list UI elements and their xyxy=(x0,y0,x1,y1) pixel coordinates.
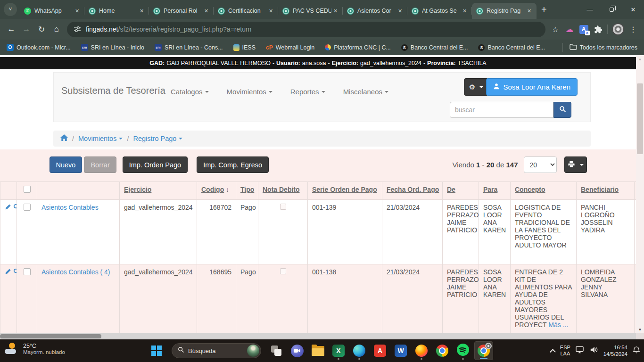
view-magnifier-icon[interactable] xyxy=(13,268,17,276)
header-fecha[interactable]: Fecha Ord. Pago xyxy=(382,182,443,200)
weather-widget[interactable]: 25°C Mayorm. nublado xyxy=(5,343,65,355)
teams-chat-button[interactable] xyxy=(288,341,306,360)
close-tab-icon[interactable]: ✕ xyxy=(396,7,404,15)
header-tipo[interactable]: Tipo xyxy=(236,182,258,200)
mas-link[interactable]: Más ... xyxy=(548,321,568,329)
select-all-checkbox[interactable] xyxy=(24,186,31,193)
header-nota-debito[interactable]: Nota Debito xyxy=(258,182,308,200)
close-tab-icon[interactable]: ✕ xyxy=(267,7,275,15)
settings-gear-button[interactable]: ⚙ xyxy=(464,78,488,96)
header-para[interactable]: Para xyxy=(479,182,511,200)
browser-menu-kebab-icon[interactable]: ⋮ xyxy=(626,22,640,37)
header-beneficiario[interactable]: Beneficiario xyxy=(577,182,635,200)
forward-button[interactable]: → xyxy=(19,22,34,37)
chrome-button[interactable] xyxy=(433,341,452,360)
tab-pac-vs-cedulas[interactable]: PAC VS CEDU ✕ xyxy=(278,3,343,19)
tab-personal-rol[interactable]: Personal Rol ✕ xyxy=(149,3,214,19)
restore-button[interactable] xyxy=(601,0,622,19)
tab-whatsapp[interactable]: ✆ WhatsApp ✕ xyxy=(20,3,84,19)
translate-icon[interactable]: A xyxy=(577,22,591,37)
edit-pencil-icon[interactable] xyxy=(5,204,11,212)
bookmark-outlook[interactable]: O Outlook.com - Micr... xyxy=(7,44,71,51)
taskbar-search[interactable]: Búsqueda xyxy=(172,343,261,358)
excel-button[interactable]: X xyxy=(329,341,348,360)
bookmark-iess[interactable]: IESS xyxy=(233,44,256,51)
home-button[interactable]: ⌂ xyxy=(49,22,64,37)
nota-debito-checkbox[interactable] xyxy=(280,268,286,274)
close-tab-icon[interactable]: ✕ xyxy=(138,7,146,15)
search-input[interactable] xyxy=(450,102,553,118)
display-icon[interactable] xyxy=(576,346,585,355)
back-button[interactable]: ← xyxy=(4,22,19,37)
user-account-button[interactable]: Sosa Loor Ana Karen xyxy=(486,78,578,96)
clock[interactable]: 16:5414/5/2024 xyxy=(603,344,627,357)
tab-search-button[interactable]: ˅ xyxy=(4,3,17,16)
asientos-contables-link[interactable]: Asientos Contables xyxy=(41,204,99,211)
tab-home[interactable]: Home ✕ xyxy=(84,3,149,19)
tab-registro-pago-active[interactable]: Registro Pag ✕ xyxy=(472,3,537,19)
menu-reportes[interactable]: Reportes xyxy=(290,88,325,96)
close-window-button[interactable]: ✕ xyxy=(622,0,644,19)
imp-comp-egreso-button[interactable]: Imp. Comp. Egreso xyxy=(197,156,269,173)
view-magnifier-icon[interactable] xyxy=(13,204,17,212)
menu-miscelaneos[interactable]: Miscelaneos xyxy=(343,88,388,96)
bookmark-star-icon[interactable]: ☆ xyxy=(548,22,562,37)
header-codigo[interactable]: Codigo ↓ xyxy=(197,182,236,200)
new-tab-button[interactable]: + xyxy=(541,4,547,15)
address-bar[interactable]: fingads.net/sf2/tesoreria/registro_pago_… xyxy=(67,22,545,37)
home-icon[interactable] xyxy=(60,134,68,143)
nota-debito-checkbox[interactable] xyxy=(280,204,286,210)
nuevo-button[interactable]: Nuevo xyxy=(50,156,83,173)
edge-button[interactable] xyxy=(350,341,369,360)
scroll-up-icon[interactable]: ▲ xyxy=(636,55,644,63)
tray-chevron-up-icon[interactable] xyxy=(550,349,556,355)
print-button[interactable] xyxy=(564,156,587,173)
site-settings-icon[interactable] xyxy=(74,25,81,33)
extension-cloud-icon[interactable]: ☁ xyxy=(562,22,577,37)
all-bookmarks[interactable]: Todos los marcadores xyxy=(560,43,637,52)
extensions-puzzle-icon[interactable] xyxy=(591,22,605,37)
file-explorer-button[interactable] xyxy=(308,341,327,360)
bookmark-webmail[interactable]: cP Webmail Login xyxy=(266,44,314,51)
scroll-down-icon[interactable]: ▼ xyxy=(636,326,644,333)
search-button[interactable] xyxy=(553,102,571,118)
bookmark-banco-central-2[interactable]: S Banco Central del E... xyxy=(478,44,545,51)
breadcrumb-registro-pago[interactable]: Registro Pago xyxy=(133,135,182,142)
reload-button[interactable]: ↻ xyxy=(34,22,49,37)
horizontal-scrollbar[interactable] xyxy=(0,333,636,339)
tab-at-gastos[interactable]: At Gastos Se ✕ xyxy=(407,3,472,19)
firefox-button[interactable] xyxy=(412,341,431,360)
horizontal-scrollbar-thumb[interactable] xyxy=(0,334,101,338)
breadcrumb-movimientos[interactable]: Movimientos xyxy=(78,135,123,142)
volume-icon[interactable] xyxy=(590,346,598,355)
tab-asientos-contables[interactable]: Asientos Cor ✕ xyxy=(343,3,407,19)
acrobat-button[interactable]: A xyxy=(371,341,389,360)
chrome-active-button[interactable] xyxy=(474,341,493,360)
start-button[interactable] xyxy=(147,341,166,360)
asientos-contables-link[interactable]: Asientos Contables ( 4) xyxy=(41,268,110,276)
bookmark-banco-central-1[interactable]: S Banco Central del E... xyxy=(401,44,468,51)
close-tab-icon[interactable]: ✕ xyxy=(73,7,81,15)
search-highlight-image[interactable] xyxy=(247,345,259,357)
word-button[interactable]: W xyxy=(391,341,410,360)
edit-pencil-icon[interactable] xyxy=(5,268,11,276)
bookmark-cnc[interactable]: Plataforma CNC | C... xyxy=(325,44,391,51)
header-de[interactable]: De xyxy=(443,182,479,200)
bookmark-sri-consultas[interactable]: SRI SRI en Línea - Cons... xyxy=(155,44,223,51)
vertical-scrollbar-thumb[interactable] xyxy=(637,83,643,154)
menu-catalogos[interactable]: Catalogos xyxy=(171,88,209,96)
header-serie[interactable]: Serie Orden de Pago xyxy=(308,182,382,200)
close-tab-icon[interactable]: ✕ xyxy=(202,7,210,15)
page-size-select[interactable]: 20 xyxy=(524,156,557,173)
header-ejercicio[interactable]: Ejercicio xyxy=(120,182,197,200)
vertical-scrollbar[interactable]: ▲ ▼ xyxy=(636,55,644,333)
tab-certificacion[interactable]: Certificacion ✕ xyxy=(214,3,278,19)
close-tab-icon[interactable]: ✕ xyxy=(525,7,533,15)
close-tab-icon[interactable]: ✕ xyxy=(461,7,469,15)
row-checkbox[interactable] xyxy=(24,268,31,275)
row-checkbox[interactable] xyxy=(24,204,31,211)
borrar-button[interactable]: Borrar xyxy=(84,156,116,173)
language-indicator[interactable]: ESPLAA xyxy=(560,345,570,357)
bookmark-sri-inicio[interactable]: SRI SRI en Línea - Inicio xyxy=(81,44,144,51)
menu-movimientos[interactable]: Movimientos xyxy=(227,88,272,96)
